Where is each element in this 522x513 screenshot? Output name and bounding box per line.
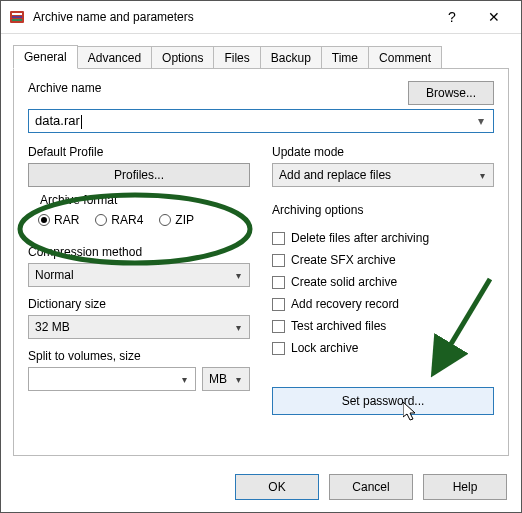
chevron-down-icon[interactable]: ▾ (473, 114, 489, 128)
set-password-button[interactable]: Set password... (272, 387, 494, 415)
titlebar: Archive name and parameters ? ✕ (1, 1, 521, 34)
app-icon (9, 9, 25, 25)
split-unit-select[interactable]: MB ▾ (202, 367, 250, 391)
cb-recovery[interactable]: Add recovery record (272, 293, 494, 315)
compression-select[interactable]: Normal ▾ (28, 263, 250, 287)
archive-format-legend: Archive format (36, 193, 121, 207)
close-icon: ✕ (488, 9, 500, 25)
archive-name-value: data.rar (35, 113, 473, 129)
radio-zip[interactable]: ZIP (159, 213, 194, 227)
cb-lock[interactable]: Lock archive (272, 337, 494, 359)
archive-name-input[interactable]: data.rar ▾ (28, 109, 494, 133)
left-column: Default Profile Profiles... Archive form… (28, 145, 250, 415)
archiving-options-label: Archiving options (272, 203, 494, 217)
tab-comment[interactable]: Comment (369, 46, 442, 69)
tab-time[interactable]: Time (322, 46, 369, 69)
radio-rar[interactable]: RAR (38, 213, 79, 227)
tab-files[interactable]: Files (214, 46, 260, 69)
archive-format-group: Archive format RAR RAR4 ZIP (28, 195, 250, 235)
right-column: Update mode Add and replace files ▾ Arch… (272, 145, 494, 415)
close-button[interactable]: ✕ (473, 2, 515, 32)
cb-sfx[interactable]: Create SFX archive (272, 249, 494, 271)
cancel-button[interactable]: Cancel (329, 474, 413, 500)
svg-rect-1 (12, 13, 22, 15)
tab-backup[interactable]: Backup (261, 46, 322, 69)
dialog-window: Archive name and parameters ? ✕ General … (0, 0, 522, 513)
tab-advanced[interactable]: Advanced (78, 46, 152, 69)
svg-rect-2 (12, 16, 22, 18)
svg-rect-3 (12, 19, 22, 21)
compression-label: Compression method (28, 245, 250, 259)
update-mode-select[interactable]: Add and replace files ▾ (272, 163, 494, 187)
chevron-down-icon: ▾ (231, 270, 245, 281)
default-profile-label: Default Profile (28, 145, 250, 159)
cb-test[interactable]: Test archived files (272, 315, 494, 337)
chevron-down-icon: ▾ (231, 374, 245, 385)
split-label: Split to volumes, size (28, 349, 250, 363)
window-title: Archive name and parameters (33, 10, 431, 24)
chevron-down-icon: ▾ (475, 170, 489, 181)
radio-rar4[interactable]: RAR4 (95, 213, 143, 227)
chevron-down-icon: ▾ (231, 322, 245, 333)
archive-name-label: Archive name (28, 81, 101, 95)
tabpanel-general: Archive name Browse... data.rar ▾ Defaul… (13, 68, 509, 456)
tab-options[interactable]: Options (152, 46, 214, 69)
update-mode-label: Update mode (272, 145, 494, 159)
dictionary-select[interactable]: 32 MB ▾ (28, 315, 250, 339)
dictionary-label: Dictionary size (28, 297, 250, 311)
cb-solid[interactable]: Create solid archive (272, 271, 494, 293)
tab-general[interactable]: General (13, 45, 78, 69)
ok-button[interactable]: OK (235, 474, 319, 500)
split-size-input[interactable]: ▾ (28, 367, 196, 391)
cb-delete-after[interactable]: Delete files after archiving (272, 227, 494, 249)
profiles-button[interactable]: Profiles... (28, 163, 250, 187)
browse-button[interactable]: Browse... (408, 81, 494, 105)
help-icon: ? (448, 9, 456, 25)
chevron-down-icon: ▾ (177, 374, 191, 385)
help-button[interactable]: Help (423, 474, 507, 500)
help-button[interactable]: ? (431, 2, 473, 32)
dialog-footer: OK Cancel Help (1, 464, 521, 512)
tabstrip: General Advanced Options Files Backup Ti… (13, 45, 509, 69)
client-area: General Advanced Options Files Backup Ti… (1, 34, 521, 464)
